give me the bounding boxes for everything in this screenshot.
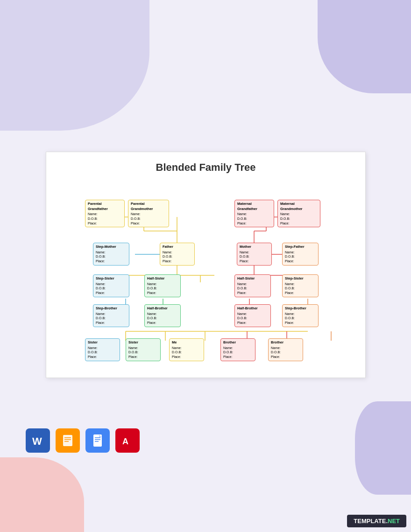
- node-step-brother-1: Step-Brother Name: D.O.B: Place:: [93, 304, 129, 327]
- node-paternal-grandfather: Parental Grandfather Name: D.O.B: Place:: [85, 200, 125, 227]
- bg-decoration-tl: [0, 0, 149, 131]
- node-paternal-grandmother: Parental Grandmother Name: D.O.B: Place:: [128, 200, 169, 227]
- tree-container: Parental Grandfather Name: D.O.B: Place:…: [53, 182, 358, 383]
- node-step-sister-2: Step-Sister Name: D.O.B: Place:: [282, 274, 319, 297]
- word-logo: W: [29, 432, 46, 449]
- svg-text:W: W: [32, 435, 42, 447]
- node-maternal-grandfather: Maternal Grandfather Name: D.O.B: Place:: [234, 200, 274, 227]
- template-badge: TEMPLATE.NET: [347, 515, 406, 527]
- node-sister-2: Sister Name: D.O.B: Place:: [126, 338, 161, 361]
- pages-icon[interactable]: [56, 428, 80, 453]
- badge-text-white: TEMPLATE.: [354, 518, 388, 525]
- node-father: Father Name: D.O.B: Place:: [160, 243, 195, 266]
- node-step-brother-2: Step-Brother Name: D.O.B: Place:: [282, 304, 319, 327]
- node-half-sister-1: Half-Sister Name: D.O.B: Place:: [144, 274, 181, 297]
- acrobat-icon[interactable]: A: [115, 428, 140, 453]
- node-mother: Mother Name: D.O.B: Place:: [237, 243, 272, 266]
- bg-decoration-bl: [0, 457, 84, 532]
- node-half-brother-2: Half-Brother Name: D.O.B: Place:: [234, 304, 271, 327]
- app-icons-section: W A: [26, 428, 140, 453]
- gdocs-logo: [89, 432, 106, 449]
- badge-text-green: NET: [388, 518, 400, 525]
- svg-rect-33: [63, 435, 72, 446]
- node-half-brother-1: Half-Brother Name: D.O.B: Place:: [144, 304, 181, 327]
- node-step-mother: Step-Mother Name: D.O.B: Place:: [93, 243, 129, 266]
- node-brother-2: Brother Name: D.O.B: Place:: [268, 338, 303, 361]
- bg-decoration-tr: [318, 0, 411, 93]
- node-maternal-grandmother: Maternal Grandmother Name: D.O.B: Place:: [277, 200, 320, 227]
- node-half-sister-2: Half-Sister Name: D.O.B: Place:: [234, 274, 271, 297]
- node-sister-1: Sister Name: D.O.B: Place:: [85, 338, 120, 361]
- node-step-sister-1: Step-Sister Name: D.O.B: Place:: [93, 274, 129, 297]
- word-icon[interactable]: W: [26, 428, 50, 453]
- svg-text:A: A: [122, 437, 128, 446]
- node-brother-1: Brother Name: D.O.B: Place:: [220, 338, 255, 361]
- pages-logo: [59, 432, 76, 449]
- node-me: Me Name: D.O.B: Place:: [169, 338, 204, 361]
- acrobat-logo: A: [119, 432, 136, 449]
- bg-decoration-br: [355, 401, 411, 495]
- node-step-father: Step-Father Name: D.O.B: Place:: [282, 243, 319, 266]
- google-docs-icon[interactable]: [85, 428, 110, 453]
- document-card: Blended Family Tree: [46, 152, 366, 378]
- document-title: Blended Family Tree: [53, 161, 358, 174]
